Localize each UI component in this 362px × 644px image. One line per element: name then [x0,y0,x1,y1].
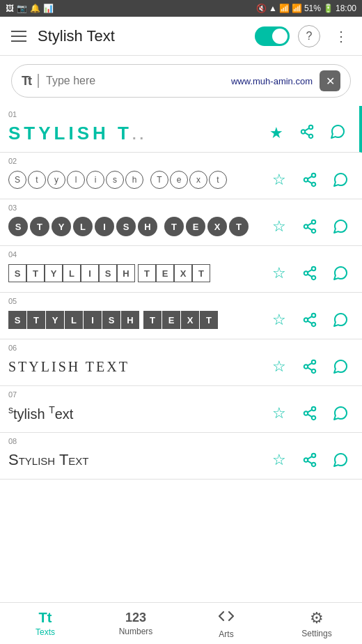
toggle-switch-container[interactable] [255,26,290,46]
app-title: Stylish Text [38,27,246,45]
whatsapp-button-07[interactable] [327,400,354,427]
share-button-02[interactable] [297,167,323,193]
letter-T2: T [150,171,168,189]
svg-line-28 [308,367,312,370]
share-button-01[interactable] [294,120,320,146]
dc-S2: S [116,217,136,236]
svg-line-8 [308,181,312,183]
whatsapp-icon-03 [332,218,349,235]
style-text-02[interactable]: S t y l i s h T e x t [8,171,266,189]
style-text-06[interactable]: STYLISH TEXT [8,359,266,375]
dc-E: E [186,217,205,236]
style-text-08[interactable]: Stylish Text [8,451,266,469]
settings-label: Settings [301,629,331,638]
boxed-letters-04: S T Y L I S H T E X T [8,264,266,282]
whatsapp-button-05[interactable] [327,307,354,333]
style-text-01[interactable]: STYLISH T.. [8,123,263,144]
whatsapp-button-08[interactable] [327,447,354,473]
style-list: 01 STYLISH T.. ★ [0,106,362,521]
row-number-01: 01 [8,110,351,118]
more-options-button[interactable]: ⋮ [329,24,354,49]
battery-icon: 🔋 [323,3,333,13]
style-text-04[interactable]: S T Y L I S H T E X T [8,264,266,282]
whatsapp-icon-06 [332,358,349,375]
style-text-05[interactable]: S T Y L I S H T E X T [8,311,266,329]
share-icon-03 [302,219,317,234]
db-S: S [8,311,26,329]
whatsapp-button-01[interactable] [324,120,351,146]
star-button-03[interactable]: ☆ [266,213,292,240]
dc-L: L [73,217,93,236]
star-button-07[interactable]: ☆ [266,400,292,427]
db-T: T [27,311,45,329]
star-button-02[interactable]: ☆ [266,167,292,193]
status-bar: 🖼 📷 🔔 📊 🔇 ▲ 📶 📶 51% 🔋 18:00 [0,0,362,17]
share-button-08[interactable] [297,447,323,473]
share-button-03[interactable] [297,213,323,240]
clear-button[interactable]: ✕ [320,70,340,91]
svg-line-33 [308,414,312,417]
share-button-04[interactable] [297,260,323,286]
star-button-06[interactable]: ☆ [266,353,292,380]
bx-X: X [174,264,192,282]
row-content-07: stylish Text ☆ [8,400,354,427]
svg-line-24 [308,316,312,319]
row-number-05: 05 [8,297,354,305]
star-filled-icon: ★ [269,124,283,142]
enable-toggle[interactable] [255,26,290,46]
whatsapp-button-04[interactable] [327,260,354,286]
style-row-04: 04 S T Y L I S H T E X T [0,246,362,293]
tt-icon: Tt [22,74,31,89]
svg-line-4 [305,128,309,130]
star-button-05[interactable]: ☆ [266,307,292,333]
nav-numbers[interactable]: 123 Numbers [90,603,181,644]
svg-line-14 [308,223,312,226]
bx-T: T [26,264,45,282]
hamburger-menu-button[interactable] [8,28,29,45]
star-outline-icon-04: ☆ [272,264,286,282]
share-icon-02 [302,172,317,187]
style-text-07[interactable]: stylish Text [8,404,266,422]
whatsapp-icon-02 [332,171,349,188]
share-button-05[interactable] [297,307,323,333]
bx-S: S [8,264,26,282]
search-input[interactable] [46,75,224,87]
db-X: X [181,311,199,329]
row-actions-08: ☆ [266,447,354,473]
nav-arts[interactable]: Arts [181,603,272,644]
search-bar: Tt www.muh-amin.com ✕ [11,64,351,98]
row-actions-05: ☆ [266,307,354,333]
nav-settings[interactable]: ⚙ Settings [272,603,362,644]
star-button-04[interactable]: ☆ [266,260,292,286]
whatsapp-button-02[interactable] [327,167,354,193]
notification-icon: 🔔 [30,3,40,13]
letter-i: i [86,171,104,189]
svg-line-39 [308,457,312,459]
share-button-07[interactable] [297,400,323,427]
svg-line-23 [308,321,312,323]
screenshot-icon: 📷 [17,3,27,13]
share-icon-07 [302,406,317,421]
help-icon: ? [306,30,313,43]
numbers-label: Numbers [119,627,153,636]
arts-icon [218,608,235,628]
whatsapp-button-06[interactable] [327,353,354,380]
svg-line-9 [308,176,312,179]
share-button-06[interactable] [297,353,323,380]
status-icons: 🔇 ▲ 📶 📶 51% 🔋 18:00 [256,3,356,13]
share-icon-08 [302,452,317,468]
dc-T3: T [229,217,249,236]
row-number-08: 08 [8,437,354,445]
bottom-nav: Tt Texts 123 Numbers Arts ⚙ Settings [0,602,362,644]
star-button-08[interactable]: ☆ [266,447,292,473]
search-bar-container: Tt www.muh-amin.com ✕ [0,56,362,106]
style-text-03[interactable]: S T Y L I S H T E X T [8,217,266,236]
star-outline-icon-06: ☆ [272,358,286,376]
row-number-03: 03 [8,204,354,212]
star-button-01[interactable]: ★ [263,120,290,146]
whatsapp-button-03[interactable] [327,213,354,240]
help-button[interactable]: ? [298,25,320,47]
row-content-02: S t y l i s h T e x t ☆ [8,167,354,193]
row-content-04: S T Y L I S H T E X T ☆ [8,260,354,286]
nav-texts[interactable]: Tt Texts [0,603,90,644]
